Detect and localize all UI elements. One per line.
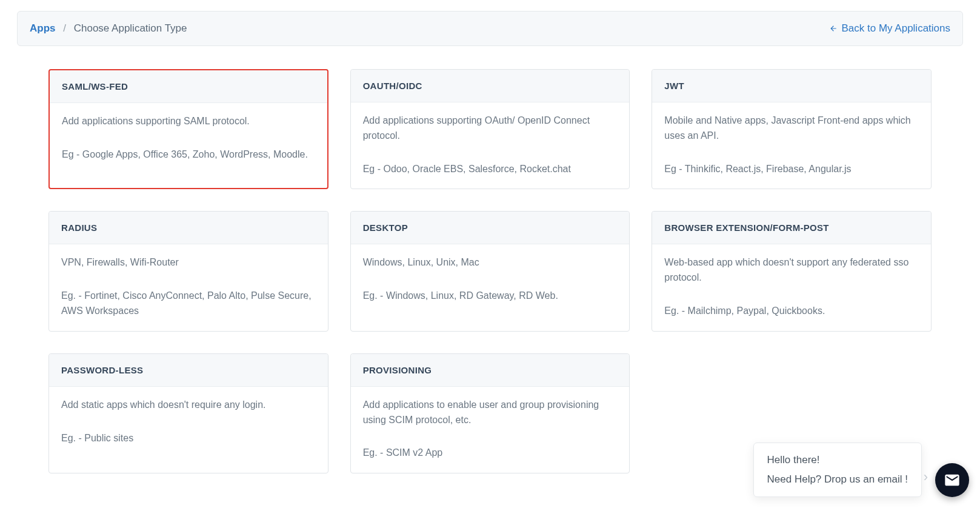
card-body: Add applications to enable user and grou…: [351, 387, 630, 473]
app-type-grid: SAML/WS-FED Add applications supporting …: [12, 46, 968, 486]
card-title: OAUTH/OIDC: [363, 81, 618, 91]
back-to-applications-link[interactable]: Back to My Applications: [829, 22, 950, 35]
chat-help-prompt: Need Help? Drop us an email !: [767, 473, 908, 486]
card-description: Add applications to enable user and grou…: [363, 398, 618, 428]
card-example: Eg - Odoo, Oracle EBS, Salesforce, Rocke…: [363, 162, 618, 177]
card-example: Eg. - Fortinet, Cisco AnyConnect, Palo A…: [61, 289, 316, 319]
breadcrumb: Apps / Choose Application Type: [30, 22, 187, 35]
card-title: PASSWORD-LESS: [61, 365, 316, 375]
card-title: PROVISIONING: [363, 365, 618, 375]
card-example: Eg. - SCIM v2 App: [363, 446, 618, 461]
card-title: DESKTOP: [363, 222, 618, 233]
card-radius[interactable]: RADIUS VPN, Firewalls, Wifi-Router Eg. -…: [48, 211, 328, 331]
card-desktop[interactable]: DESKTOP Windows, Linux, Unix, Mac Eg. - …: [350, 211, 630, 331]
card-description: VPN, Firewalls, Wifi-Router: [61, 255, 316, 270]
card-header: OAUTH/OIDC: [351, 70, 630, 102]
card-body: Add applications supporting SAML protoco…: [50, 103, 327, 175]
card-saml-ws-fed[interactable]: SAML/WS-FED Add applications supporting …: [48, 69, 328, 189]
card-body: Windows, Linux, Unix, Mac Eg. - Windows,…: [351, 244, 630, 316]
card-body: Add applications supporting OAuth/ OpenI…: [351, 102, 630, 189]
breadcrumb-root-link[interactable]: Apps: [30, 22, 56, 34]
card-example: Eg. - Public sites: [61, 431, 316, 446]
card-description: Windows, Linux, Unix, Mac: [363, 255, 618, 270]
card-title: RADIUS: [61, 222, 316, 233]
chat-popup[interactable]: Hello there! Need Help? Drop us an email…: [753, 443, 922, 497]
chat-launcher-button[interactable]: [935, 463, 969, 497]
card-oauth-oidc[interactable]: OAUTH/OIDC Add applications supporting O…: [350, 69, 630, 189]
card-header: DESKTOP: [351, 212, 630, 244]
card-example: Eg - Google Apps, Office 365, Zoho, Word…: [62, 147, 315, 162]
breadcrumb-separator: /: [63, 22, 66, 34]
card-header: BROWSER EXTENSION/FORM-POST: [652, 212, 931, 244]
card-description: Add static apps which doesn't require an…: [61, 398, 316, 413]
card-browser-extension[interactable]: BROWSER EXTENSION/FORM-POST Web-based ap…: [652, 211, 932, 331]
arrow-left-icon: [829, 24, 838, 33]
card-title: BROWSER EXTENSION/FORM-POST: [664, 222, 919, 233]
card-header: PASSWORD-LESS: [49, 354, 328, 387]
card-provisioning[interactable]: PROVISIONING Add applications to enable …: [350, 353, 630, 473]
card-body: Mobile and Native apps, Javascript Front…: [652, 102, 931, 189]
card-example: Eg. - Mailchimp, Paypal, Quickbooks.: [664, 304, 919, 319]
card-description: Add applications supporting OAuth/ OpenI…: [363, 113, 618, 144]
chat-greeting: Hello there!: [767, 454, 908, 466]
card-description: Add applications supporting SAML protoco…: [62, 114, 315, 129]
card-header: SAML/WS-FED: [50, 70, 327, 103]
card-example: Eg - Thinkific, React.js, Firebase, Angu…: [664, 162, 919, 177]
back-link-label: Back to My Applications: [841, 22, 950, 35]
card-example: Eg. - Windows, Linux, RD Gateway, RD Web…: [363, 289, 618, 304]
card-title: JWT: [664, 81, 919, 91]
card-description: Mobile and Native apps, Javascript Front…: [664, 113, 919, 144]
card-title: SAML/WS-FED: [62, 81, 315, 92]
header-bar: Apps / Choose Application Type Back to M…: [17, 11, 963, 46]
card-password-less[interactable]: PASSWORD-LESS Add static apps which does…: [48, 353, 328, 473]
card-description: Web-based app which doesn't support any …: [664, 255, 919, 286]
card-body: VPN, Firewalls, Wifi-Router Eg. - Fortin…: [49, 244, 328, 330]
card-body: Web-based app which doesn't support any …: [652, 244, 931, 330]
card-body: Add static apps which doesn't require an…: [49, 387, 328, 458]
card-header: PROVISIONING: [351, 354, 630, 387]
breadcrumb-current: Choose Application Type: [74, 22, 187, 34]
mail-icon: [944, 472, 961, 489]
card-header: RADIUS: [49, 212, 328, 244]
card-header: JWT: [652, 70, 931, 102]
card-jwt[interactable]: JWT Mobile and Native apps, Javascript F…: [652, 69, 932, 189]
